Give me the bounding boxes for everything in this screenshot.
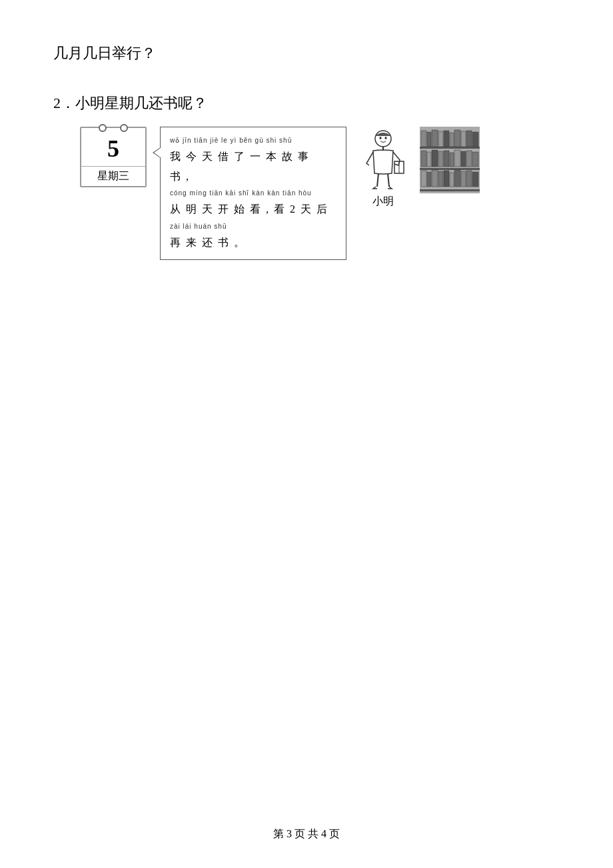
question-1-text: 几月几日举行？ [53,45,156,61]
speech-bubble: wǒ jīn tiān jiè le yì běn gù shi shū 我 今… [160,127,346,261]
svg-rect-25 [438,151,443,167]
svg-rect-34 [432,170,438,187]
svg-rect-30 [466,151,472,167]
svg-rect-31 [472,152,478,167]
svg-rect-24 [432,150,438,167]
svg-rect-20 [466,131,472,147]
question-2: 2．小明星期几还书呢？ 5 星期三 wǒ jīn tiān jiè le yì … [53,93,560,261]
svg-rect-23 [427,152,431,167]
pinyin-line-3: zài lái huán shū [170,220,336,233]
svg-rect-12 [421,131,426,147]
svg-rect-11 [420,189,480,191]
svg-rect-32 [421,171,426,187]
svg-line-6 [377,173,378,187]
svg-rect-38 [454,170,460,187]
calendar-ring-left [99,124,107,132]
page-footer-text: 第 3 页 共 4 页 [273,828,340,839]
svg-rect-37 [450,173,454,187]
svg-rect-9 [420,147,480,149]
svg-rect-36 [444,171,449,187]
svg-rect-29 [461,151,466,167]
svg-point-1 [380,137,382,139]
chinese-line-3: 再 来 还 书 。 [170,233,336,253]
svg-line-7 [388,173,389,187]
pinyin-line-1: wǒ jīn tiān jiè le yì běn gù shi shū [170,134,336,147]
svg-rect-35 [438,171,443,187]
chinese-line-1: 我 今 天 借 了 一 本 故 事 书， [170,147,336,187]
calendar-widget: 5 星期三 [80,127,147,187]
svg-rect-40 [466,171,472,187]
question-1-continuation: 几月几日举行？ [53,40,560,67]
svg-rect-27 [450,153,454,167]
svg-rect-14 [432,130,438,147]
person-label: 小明 [372,195,394,209]
page-footer: 第 3 页 共 4 页 [0,827,613,841]
svg-rect-18 [454,130,460,147]
svg-rect-10 [420,168,480,170]
illustration-area: 5 星期三 wǒ jīn tiān jiè le yì běn gù shi s… [80,127,560,261]
svg-point-2 [385,137,387,139]
svg-rect-28 [454,150,460,167]
svg-rect-16 [444,131,449,147]
svg-rect-19 [461,131,466,147]
calendar-weekday: 星期三 [81,166,145,186]
svg-rect-33 [427,172,431,187]
svg-rect-17 [450,133,454,147]
page-container: 几月几日举行？ 2．小明星期几还书呢？ 5 星期三 wǒ jīn tiān ji… [0,0,613,868]
chinese-line-2: 从 明 天 开 始 看，看 2 天 后 [170,199,336,219]
svg-rect-13 [427,132,431,147]
svg-rect-26 [444,151,449,167]
bookshelf-image [420,127,480,193]
question-2-label-text: 2．小明星期几还书呢？ [53,93,207,113]
calendar-date: 5 [107,135,119,163]
person-figure [360,127,406,193]
svg-rect-41 [472,172,478,187]
calendar-rings [99,124,128,132]
svg-rect-21 [472,132,478,147]
person-area: 小明 [360,127,406,209]
pinyin-line-2: cóng míng tiān kāi shǐ kàn kàn tiān hòu [170,187,336,199]
bookshelf-svg [420,127,480,193]
svg-rect-22 [421,151,426,167]
calendar-ring-right [120,124,128,132]
question-2-label: 2．小明星期几还书呢？ [53,93,560,113]
svg-rect-39 [461,171,466,187]
svg-rect-15 [438,131,443,147]
